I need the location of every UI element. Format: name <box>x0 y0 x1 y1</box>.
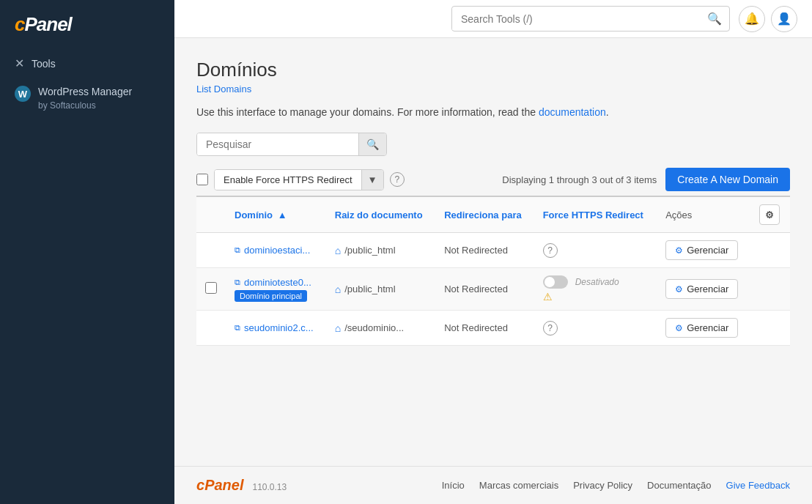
row2-extra-cell <box>750 268 790 311</box>
row1-manage-button[interactable]: ⚙ Gerenciar <box>665 240 738 260</box>
https-help-icon[interactable]: ? <box>390 172 405 187</box>
sidebar-item-tools[interactable]: ✕ Tools <box>0 49 174 78</box>
row3-actions-cell: ⚙ Gerenciar <box>657 311 750 346</box>
row1-question-icon[interactable]: ? <box>543 243 558 258</box>
table-head: Domínio ▲ Raiz do documento Redireciona … <box>196 196 790 233</box>
row2-manage-label: Gerenciar <box>687 284 728 294</box>
table-header-bar: Enable Force HTTPS Redirect ▼ ? Displayi… <box>196 168 790 191</box>
th-redirect: Redireciona para <box>435 196 534 233</box>
home-icon: ⌂ <box>335 322 341 334</box>
footer-link-marcas[interactable]: Marcas comerciais <box>479 480 558 491</box>
row1-domain-cell: ⧉ dominioestaci... <box>226 233 326 268</box>
row3-extra-cell <box>750 311 790 346</box>
create-domain-button[interactable]: Create A New Domain <box>665 168 790 191</box>
wordpress-sublabel: by Softaculous <box>38 100 132 112</box>
row1-extra-cell <box>750 233 790 268</box>
description-after: . <box>606 106 609 118</box>
footer-logo: cPanel <box>196 477 243 494</box>
table-row: ⧉ seudominio2.c... ⌂ /seudominio... Not … <box>196 311 790 346</box>
external-icon: ⧉ <box>235 323 240 333</box>
row2-domain-text: dominioteste0... <box>244 277 311 288</box>
th-redirect-label: Redireciona para <box>444 210 522 220</box>
external-icon: ⧉ <box>235 245 240 255</box>
table-body: ⧉ dominioestaci... ⌂ /public_html Not Re… <box>196 233 790 346</box>
footer: cPanel 110.0.13 Início Marcas comerciais… <box>174 466 812 504</box>
th-doc-root-label: Raiz do documento <box>335 210 423 220</box>
settings-cog-icon[interactable]: ⚙ <box>759 204 780 225</box>
row1-manage-icon: ⚙ <box>675 245 683 256</box>
row3-domain-cell: ⧉ seudominio2.c... <box>226 311 326 346</box>
row3-docroot-cell: ⌂ /seudominio... <box>326 311 435 346</box>
row2-checkbox[interactable] <box>205 282 217 294</box>
filter-bar: 🔍 <box>196 133 790 156</box>
row2-manage-icon: ⚙ <box>675 284 683 294</box>
row2-checkbox-cell <box>196 268 226 311</box>
select-all-checkbox[interactable] <box>196 174 208 185</box>
row2-warning-icon: ⚠ <box>543 291 648 303</box>
breadcrumb[interactable]: List Domains <box>196 84 251 94</box>
row3-redirect-text: Not Redirected <box>444 322 508 333</box>
th-domain-label: Domínio <box>235 210 273 220</box>
https-btn[interactable]: Enable Force HTTPS Redirect <box>215 170 361 190</box>
th-force-https-label: Force HTTPS Redirect <box>543 210 643 220</box>
row2-badge: Domínio principal <box>235 290 307 302</box>
user-button[interactable]: 👤 <box>771 6 797 32</box>
table-controls: Enable Force HTTPS Redirect ▼ ? <box>196 169 405 190</box>
row1-actions-cell: ⚙ Gerenciar <box>657 233 750 268</box>
row1-docroot-cell: ⌂ /public_html <box>326 233 435 268</box>
row2-docroot-text: /public_html <box>344 284 395 294</box>
row2-domain-link[interactable]: ⧉ dominioteste0... <box>235 277 317 288</box>
row3-manage-label: Gerenciar <box>687 322 728 333</box>
row2-force-https-cell: Desativado ⚠ <box>534 268 657 311</box>
content-area: Domínios List Domains Use this interface… <box>174 38 812 466</box>
notifications-button[interactable]: 🔔 <box>739 6 765 32</box>
https-caret[interactable]: ▼ <box>361 170 383 190</box>
row3-domain-text: seudominio2.c... <box>244 322 314 333</box>
documentation-link[interactable]: documentation <box>539 106 606 118</box>
row3-manage-button[interactable]: ⚙ Gerenciar <box>665 318 738 338</box>
row1-domain-link[interactable]: ⧉ dominioestaci... <box>235 245 317 256</box>
domains-table: Domínio ▲ Raiz do documento Redireciona … <box>196 196 790 346</box>
search-input[interactable] <box>452 8 700 30</box>
sidebar-item-wordpress[interactable]: W WordPress Manager by Softaculous <box>0 78 174 119</box>
filter-search[interactable]: 🔍 <box>196 133 387 156</box>
footer-link-inicio[interactable]: Início <box>442 480 465 491</box>
table-row: ⧉ dominioteste0... Domínio principal ⌂ /… <box>196 268 790 311</box>
row3-question-icon[interactable]: ? <box>543 321 558 336</box>
th-actions: Ações <box>657 196 750 233</box>
page-title: Domínios <box>196 59 790 81</box>
row2-domain-cell: ⧉ dominioteste0... Domínio principal <box>226 268 326 311</box>
row2-toggle[interactable] <box>543 275 568 289</box>
row2-docroot-cell: ⌂ /public_html <box>326 268 435 311</box>
row3-domain-link[interactable]: ⧉ seudominio2.c... <box>235 322 317 333</box>
footer-link-docs[interactable]: Documentação <box>647 480 711 491</box>
footer-link-privacy[interactable]: Privacy Policy <box>573 480 632 491</box>
th-domain[interactable]: Domínio ▲ <box>226 196 326 233</box>
table-row: ⧉ dominioestaci... ⌂ /public_html Not Re… <box>196 233 790 268</box>
filter-input[interactable] <box>197 133 358 155</box>
home-icon: ⌂ <box>335 245 341 256</box>
th-checkbox <box>196 196 226 233</box>
row3-force-https-cell: ? <box>534 311 657 346</box>
external-icon: ⧉ <box>235 278 240 287</box>
description-text: Use this interface to manage your domain… <box>196 106 790 118</box>
filter-search-button[interactable]: 🔍 <box>358 133 386 155</box>
footer-link-feedback[interactable]: Give Feedback <box>726 480 790 491</box>
sidebar-tools-label: Tools <box>32 58 56 70</box>
row3-docroot-text: /seudominio... <box>344 322 404 333</box>
footer-links: Início Marcas comerciais Privacy Policy … <box>442 480 790 491</box>
row2-redirect-text: Not Redirected <box>444 284 508 294</box>
sort-icon: ▲ <box>278 210 287 220</box>
wordpress-icon: W <box>15 86 31 102</box>
search-bar[interactable]: 🔍 <box>451 6 730 32</box>
th-settings: ⚙ <box>750 196 790 233</box>
row1-redirect-cell: Not Redirected <box>435 233 534 268</box>
row3-redirect-cell: Not Redirected <box>435 311 534 346</box>
home-icon: ⌂ <box>335 284 341 295</box>
search-button[interactable]: 🔍 <box>700 7 729 31</box>
https-dropdown: Enable Force HTTPS Redirect ▼ <box>214 169 384 190</box>
row2-manage-button[interactable]: ⚙ Gerenciar <box>665 279 738 299</box>
sidebar-logo: cPanel <box>0 0 174 49</box>
th-actions-label: Ações <box>665 210 692 220</box>
row1-domain-text: dominioestaci... <box>244 245 310 256</box>
